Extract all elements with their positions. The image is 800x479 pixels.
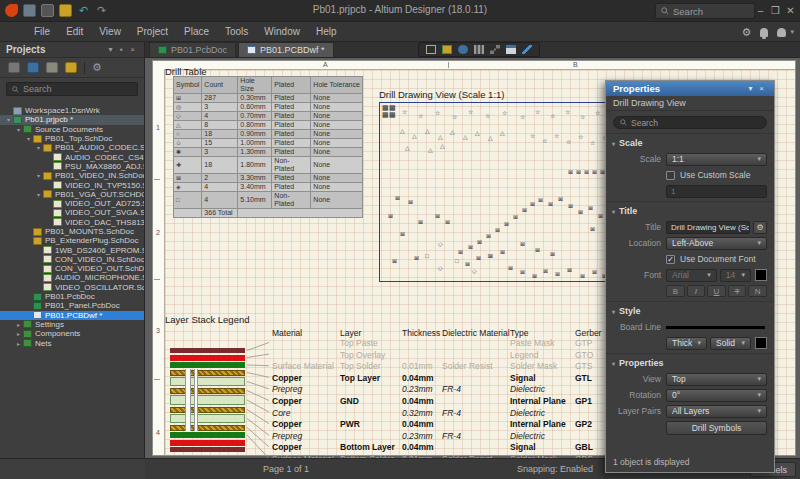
tree-item-source-documents[interactable]: ▾Source Documents: [0, 125, 144, 134]
save-project-icon[interactable]: [8, 62, 20, 73]
tree-item-pb01-video-in-schdoc[interactable]: ▾PB01_VIDEO_IN.SchDoc: [0, 171, 144, 180]
tree-expander-icon[interactable]: ▸: [14, 321, 23, 328]
tree-item-video-out-ad725-schdoc[interactable]: VIDEO_OUT_AD725.SchDoc: [0, 199, 144, 208]
section-expander-icon[interactable]: ▾: [612, 208, 615, 215]
section-expander-icon[interactable]: ▾: [612, 308, 615, 315]
menu-view[interactable]: View: [91, 26, 129, 37]
use-document-font-checkbox[interactable]: [666, 255, 675, 264]
tree-item-audio-microphone-schdoc[interactable]: AUDIO_MICROPHONE.SchDoc: [0, 273, 144, 282]
maximize-button[interactable]: ❒: [769, 3, 782, 18]
tree-item-pb01-vga-out-schdoc[interactable]: ▾PB01_VGA_OUT.SCHDOC: [0, 190, 144, 199]
tree-item-pb01-pcbdwf[interactable]: PB01.PCBDwf *: [0, 311, 144, 320]
tree-expander-icon[interactable]: ▾: [34, 172, 43, 179]
project-options-gear-icon[interactable]: ⚙: [92, 62, 102, 73]
location-dropdown[interactable]: Left-Above▾: [666, 237, 767, 250]
tree-item-pb-extenderplug-schdoc[interactable]: PB_ExtenderPlug.SchDoc: [0, 236, 144, 245]
line-width-dropdown[interactable]: Thick▾: [666, 337, 707, 350]
tree-expander-icon[interactable]: ▸: [14, 340, 23, 347]
projects-search-input[interactable]: Search: [6, 82, 138, 96]
font-family-dropdown[interactable]: Arial▾: [666, 269, 717, 282]
undo-icon[interactable]: ↶: [77, 4, 90, 17]
drill-symbols-button[interactable]: Drill Symbols: [666, 421, 767, 435]
tree-expander-icon[interactable]: ▾: [34, 144, 43, 151]
tree-item-pb01-pcbdoc[interactable]: PB01.PcbDoc: [0, 292, 144, 301]
tree-expander-icon[interactable]: ▸: [14, 330, 23, 337]
font-color-swatch[interactable]: [755, 269, 767, 281]
copy-icon[interactable]: [41, 4, 54, 17]
font-style-button-u[interactable]: U: [707, 285, 726, 297]
open-project-icon[interactable]: [65, 62, 77, 73]
menu-project[interactable]: Project: [129, 26, 176, 37]
global-search-input[interactable]: Search: [655, 3, 755, 19]
custom-scale-input[interactable]: 1: [666, 185, 767, 198]
tree-item-nets[interactable]: ▸Nets: [0, 338, 144, 347]
tree-item-components[interactable]: ▸Components: [0, 329, 144, 338]
close-icon[interactable]: ×: [756, 84, 767, 93]
panel-menu-icon[interactable]: ▾: [745, 84, 756, 93]
tree-item-pb01-audio-codec-schdoc[interactable]: ▾PB01_AUDIO_CODEC.SchDoc: [0, 143, 144, 152]
grid-icon[interactable]: [474, 45, 484, 54]
refresh-icon[interactable]: [46, 62, 58, 73]
panel-menu-icon[interactable]: ▾: [105, 45, 116, 54]
tree-expander-icon[interactable]: ▾: [24, 135, 33, 142]
close-icon[interactable]: ×: [127, 45, 138, 54]
line-tool-icon[interactable]: [522, 45, 532, 54]
tree-item-settings[interactable]: ▸Settings: [0, 320, 144, 329]
tree-item-pb01-prjpcb[interactable]: ▾Pb01.prjpcb *: [0, 115, 144, 124]
gear-icon[interactable]: ⚙: [742, 26, 752, 39]
tree-expander-icon[interactable]: ▾: [14, 126, 23, 133]
board-outline-icon[interactable]: [426, 45, 436, 54]
font-style-button-b[interactable]: B: [666, 285, 685, 297]
font-style-button-t[interactable]: T: [728, 285, 747, 297]
menu-help[interactable]: Help: [308, 26, 345, 37]
tree-item-workspace1-dsnwrk[interactable]: Workspace1.DsnWrk: [0, 106, 144, 115]
font-size-dropdown[interactable]: 14▾: [720, 269, 751, 282]
tree-item-video-dac-ths8134b-schdo[interactable]: VIDEO_DAC_THS8134B.SchDo: [0, 218, 144, 227]
menu-window[interactable]: Window: [256, 26, 308, 37]
font-style-button-i[interactable]: I: [687, 285, 706, 297]
title-format-gear-icon[interactable]: ⚙: [753, 221, 767, 234]
place-object-icon[interactable]: [442, 45, 452, 54]
tree-item-pb01-mounts-schdoc[interactable]: PB01_MOUNTS.SchDoc: [0, 227, 144, 236]
menu-tools[interactable]: Tools: [217, 26, 256, 37]
tree-item-con-video-out-schdoc[interactable]: CON_VIDEO_OUT.SchDoc: [0, 264, 144, 273]
user-account-icon[interactable]: [777, 28, 786, 37]
line-kind-dropdown[interactable]: Solid▾: [710, 337, 751, 350]
scale-dropdown[interactable]: 1:1▾: [666, 153, 767, 166]
menu-edit[interactable]: Edit: [58, 26, 91, 37]
tree-item-1wb-ds2406-eprom-schdoc[interactable]: 1WB_DS2406_EPROM.SchDoc: [0, 245, 144, 254]
tab-pb01-pcbdoc[interactable]: PB01.PcbDoc: [149, 42, 236, 57]
section-expander-icon[interactable]: ▾: [612, 140, 615, 147]
use-custom-scale-checkbox[interactable]: [666, 171, 675, 180]
tree-expander-icon[interactable]: ▾: [34, 191, 43, 198]
minimize-button[interactable]: –: [754, 3, 767, 18]
pin-icon[interactable]: ▪: [116, 45, 127, 54]
3d-view-icon[interactable]: [458, 45, 468, 54]
tree-item-audio-codec-cs4270-schdoc[interactable]: AUDIO_CODEC_CS4270.SchDoc: [0, 152, 144, 161]
validate-project-icon[interactable]: [27, 62, 39, 73]
font-style-button-n[interactable]: N: [748, 285, 767, 297]
menu-place[interactable]: Place: [176, 26, 217, 37]
save-icon[interactable]: [23, 4, 36, 17]
open-folder-icon[interactable]: [59, 4, 72, 17]
properties-search-input[interactable]: Search: [613, 116, 767, 129]
section-expander-icon[interactable]: ▾: [612, 360, 615, 367]
notifications-bell-icon[interactable]: [760, 28, 768, 37]
view-dropdown[interactable]: Top▾: [666, 373, 767, 386]
tree-expander-icon[interactable]: ▾: [4, 116, 13, 123]
tab-pb01-pcbdwf[interactable]: PB01.PCBDwf *: [238, 42, 334, 57]
redo-icon[interactable]: ↷: [95, 4, 108, 17]
tree-item-pb01-top-schdoc[interactable]: ▾PB01_Top.SchDoc: [0, 134, 144, 143]
menu-file[interactable]: File: [26, 26, 58, 37]
layer-pairs-dropdown[interactable]: All Layers▾: [666, 405, 767, 418]
panel-icon[interactable]: [506, 45, 516, 54]
tree-item-con-video-in-schdoc[interactable]: CON_VIDEO_IN.SchDoc: [0, 255, 144, 264]
tree-item-video-in-tvp5150-schdoc[interactable]: VIDEO_IN_TVP5150.SchDoc: [0, 180, 144, 189]
tree-item-video-out-svga-schdoc[interactable]: VIDEO_OUT_SVGA.SchDoc: [0, 208, 144, 217]
title-input[interactable]: Drill Drawing View (Scale =ViewScale): [666, 221, 750, 234]
route-icon[interactable]: [490, 45, 500, 54]
close-button[interactable]: ✕: [784, 3, 797, 18]
tree-item-psu-max8860-adj-schdoc[interactable]: PSU_MAX8860_ADJ.SchDoc: [0, 162, 144, 171]
rotation-dropdown[interactable]: 0°▾: [666, 389, 767, 402]
tree-item-pb01-panel-pcbdoc[interactable]: PB01_Panel.PcbDoc: [0, 301, 144, 310]
